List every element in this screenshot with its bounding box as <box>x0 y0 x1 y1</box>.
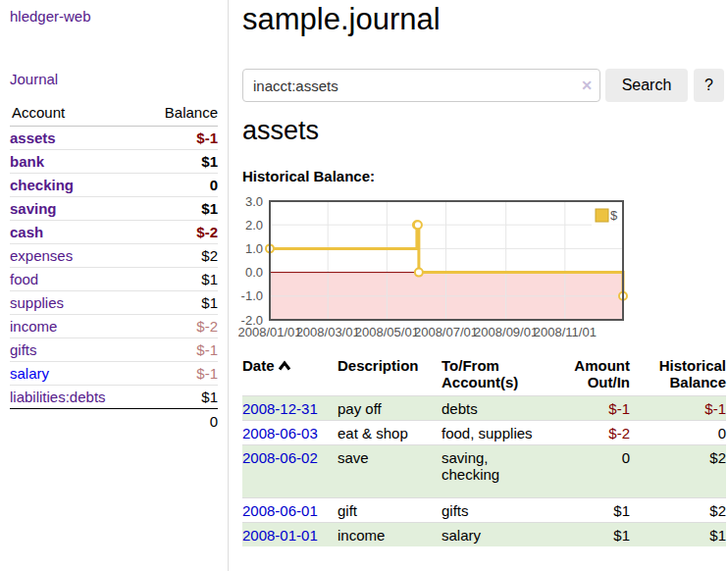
accounts-total-row: 0 <box>10 409 218 435</box>
transaction-amount: 0 <box>549 445 630 498</box>
x-axis-tick-label: 2008/11/01 <box>534 325 597 339</box>
account-row: supplies$1 <box>10 291 218 315</box>
account-row: checking0 <box>10 174 218 197</box>
x-axis-tick-label: 2008/07/01 <box>414 325 478 339</box>
y-axis-tick-label: 2.0 <box>245 218 263 233</box>
y-axis-tick-label: 0.0 <box>245 265 263 280</box>
account-balance: $1 <box>141 268 218 291</box>
transaction-date-link[interactable]: 2008-06-02 <box>242 449 318 466</box>
data-point-marker <box>415 269 423 277</box>
transaction-balance: 0 <box>630 421 726 445</box>
transaction-accounts: saving, checking <box>442 445 549 498</box>
transaction-date-link[interactable]: 2008-06-03 <box>242 425 318 441</box>
accounts-header-account: Account <box>10 99 141 127</box>
chart-title: Historical Balance: <box>242 168 375 184</box>
accounts-table: Account Balance assets$-1 bank$1 checkin… <box>10 99 218 434</box>
column-header-balance: Historical Balance <box>630 354 726 396</box>
register-table: Date Description To/From Account(s) Amou… <box>242 354 726 546</box>
help-button[interactable]: ? <box>694 69 724 102</box>
transaction-date-link[interactable]: 2008-06-01 <box>242 502 318 519</box>
transaction-accounts: gifts <box>442 498 549 523</box>
transaction-amount: $1 <box>549 523 630 547</box>
column-header-description: Description <box>338 354 442 396</box>
account-link-gifts[interactable]: gifts <box>10 341 37 358</box>
register-header-row: Date Description To/From Account(s) Amou… <box>242 354 726 396</box>
account-heading: assets <box>242 116 319 146</box>
transaction-date-link[interactable]: 2008-12-31 <box>242 400 318 417</box>
register-row: 2008-06-01 gift gifts $1 $2 <box>242 498 726 523</box>
account-balance: $-1 <box>141 127 218 150</box>
sort-ascending-icon <box>278 360 291 372</box>
account-balance: $1 <box>141 197 218 221</box>
transaction-balance: $-1 <box>630 396 726 421</box>
transaction-accounts: food, supplies <box>442 421 549 445</box>
account-balance: $1 <box>141 291 218 315</box>
account-row: gifts$-1 <box>10 338 218 362</box>
transaction-accounts: debts <box>442 396 549 421</box>
account-link-income[interactable]: income <box>10 318 57 335</box>
account-balance: $2 <box>141 244 218 268</box>
account-row: income$-2 <box>10 315 218 338</box>
date-column-label: Date <box>242 357 275 374</box>
transaction-description: eat & shop <box>338 421 442 445</box>
y-axis-tick-label: 1.0 <box>245 241 263 256</box>
column-header-date[interactable]: Date <box>242 354 338 396</box>
account-row: expenses$2 <box>10 244 218 268</box>
historical-balance-chart: 3.02.01.00.0-1.0-2.02008/01/012008/03/01… <box>238 196 631 343</box>
register-row: 2008-06-02 save saving, checking 0 $2 <box>242 445 726 498</box>
y-axis-tick-label: -1.0 <box>241 288 263 303</box>
accounts-header-balance: Balance <box>141 99 218 127</box>
transaction-balance: $1 <box>630 523 726 547</box>
x-axis-tick-label: 2008/03/01 <box>296 325 360 339</box>
accounts-header-row: Account Balance <box>10 99 218 127</box>
account-balance: $1 <box>141 386 218 409</box>
account-row: liabilities:debts$1 <box>10 386 218 409</box>
transaction-balance: $2 <box>630 445 726 498</box>
data-point-marker <box>414 221 422 229</box>
account-link-cash[interactable]: cash <box>10 224 43 240</box>
column-header-accounts: To/From Account(s) <box>442 354 549 396</box>
accounts-total-value: 0 <box>141 409 218 435</box>
register-row: 2008-06-03 eat & shop food, supplies $-2… <box>242 421 726 445</box>
x-axis-tick-label: 2008/09/01 <box>474 325 538 339</box>
clear-search-icon[interactable]: ✕ <box>581 77 593 94</box>
transaction-accounts: salary <box>442 523 549 547</box>
x-axis-tick-label: 2008/05/01 <box>355 325 419 339</box>
account-row: assets$-1 <box>10 127 218 150</box>
legend-label: $ <box>610 208 618 223</box>
transaction-description: gift <box>338 498 442 523</box>
register-row: 2008-12-31 pay off debts $-1 $-1 <box>242 396 726 421</box>
account-link-liabilities-debts[interactable]: liabilities:debts <box>10 389 106 405</box>
legend-swatch <box>596 209 608 222</box>
nav-journal-link[interactable]: Journal <box>10 71 58 87</box>
column-header-amount: Amount Out/In <box>549 354 630 396</box>
transaction-description: income <box>338 523 442 547</box>
x-axis-tick-label: 2008/01/01 <box>238 325 302 339</box>
search-button[interactable]: Search <box>605 69 688 102</box>
register-row: 2008-01-01 income salary $1 $1 <box>242 523 726 547</box>
account-balance: $-2 <box>141 221 218 244</box>
account-row: cash$-2 <box>10 221 218 244</box>
transaction-description: save <box>338 445 442 498</box>
transaction-amount: $-1 <box>549 396 630 421</box>
transaction-date-link[interactable]: 2008-01-01 <box>242 527 318 544</box>
sidebar: hledger-web Journal Account Balance asse… <box>0 0 229 571</box>
account-link-bank[interactable]: bank <box>10 153 44 170</box>
account-balance: $-2 <box>141 315 218 338</box>
y-axis-tick-label: 3.0 <box>245 196 263 209</box>
search-input[interactable] <box>242 69 600 102</box>
account-link-expenses[interactable]: expenses <box>10 247 73 264</box>
account-row: saving$1 <box>10 197 218 221</box>
transaction-description: pay off <box>338 396 442 421</box>
account-balance: $-1 <box>141 362 218 386</box>
account-link-saving[interactable]: saving <box>10 200 57 217</box>
transaction-amount: $1 <box>549 498 630 523</box>
account-link-supplies[interactable]: supplies <box>10 294 64 311</box>
account-row: bank$1 <box>10 150 218 174</box>
account-link-food[interactable]: food <box>10 271 38 287</box>
account-link-checking[interactable]: checking <box>10 177 74 193</box>
brand-link[interactable]: hledger-web <box>10 8 91 25</box>
account-link-assets[interactable]: assets <box>10 130 56 146</box>
account-link-salary[interactable]: salary <box>10 365 49 382</box>
account-balance: 0 <box>141 174 218 197</box>
